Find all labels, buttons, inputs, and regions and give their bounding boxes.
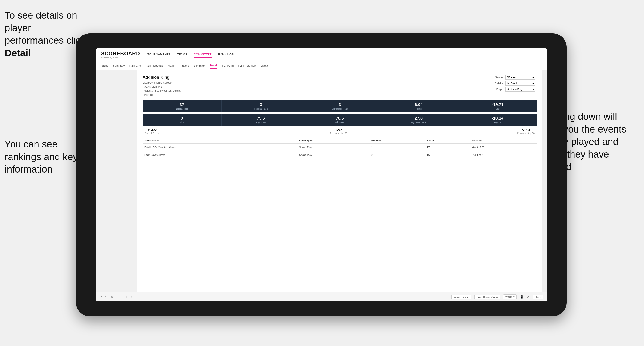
expand-icon[interactable]: ⤢ xyxy=(527,295,529,299)
col-rounds: Rounds xyxy=(370,138,425,144)
subnav-teams[interactable]: Teams xyxy=(100,63,108,68)
record-top50-value: 5-11-1 xyxy=(517,129,534,132)
events-table: Tournament Event Type Rounds Score Posit… xyxy=(142,138,537,159)
stats-row-2: 0 Wins 79.6 Avg Score 78.5 Adj Score 2 xyxy=(142,114,537,126)
stat-avg-score-par: 27.8 Avg Score to Par xyxy=(379,114,458,126)
record-top25-label: Record vs top 25 xyxy=(330,132,348,135)
subnav-summary[interactable]: Summary xyxy=(113,63,124,68)
refresh-icon[interactable]: ↻ xyxy=(111,295,113,299)
stat-regional-rank-label: Regional Rank xyxy=(223,108,299,110)
undo-icon[interactable]: ↩ xyxy=(99,295,102,299)
minus-icon[interactable]: − xyxy=(121,295,123,299)
stat-national-rank-label: National Rank xyxy=(144,108,220,110)
record-top50-label: Record vs top 50 xyxy=(517,132,534,135)
subnav-detail[interactable]: Detail xyxy=(210,63,218,69)
nav-rankings[interactable]: RANKINGS xyxy=(218,52,234,57)
cell-event-type-1: Stroke Play xyxy=(297,151,370,159)
subnav-matrix[interactable]: Matrix xyxy=(168,63,175,68)
annotation-detail-bold: Detail xyxy=(4,48,31,58)
subnav-h2h-grid[interactable]: H2H Grid xyxy=(130,63,141,68)
cell-score-0: 17 xyxy=(425,144,470,151)
division-label: Division xyxy=(491,82,504,85)
cell-tournament-1: Lady Coyote Invite xyxy=(142,151,297,159)
clock-icon[interactable]: ⏱ xyxy=(131,295,134,299)
stat-points-value: 6.04 xyxy=(381,102,457,107)
nav-teams[interactable]: TEAMS xyxy=(177,52,187,57)
stat-points-label: Points xyxy=(381,108,457,110)
table-row: Lady Coyote Invite Stroke Play 2 16 7 ou… xyxy=(142,151,537,159)
cell-rounds-1: 2 xyxy=(370,151,425,159)
stat-wins: 0 Wins xyxy=(142,114,222,126)
player-region: Region 1 - Southwest (18) District xyxy=(142,89,180,93)
stat-avg-score-value: 79.6 xyxy=(223,116,299,121)
subnav-h2h-grid2[interactable]: H2H Grid xyxy=(222,63,234,68)
player-division: NJCAA Division 1 xyxy=(142,85,180,89)
col-score: Score xyxy=(425,138,470,144)
stats-row-1: 37 National Rank 3 Regional Rank 3 Confe… xyxy=(142,100,537,112)
nav-committee[interactable]: COMMITTEE xyxy=(194,52,212,57)
top-nav: SCOREBOARD Powered by clippd TOURNAMENTS… xyxy=(96,48,547,61)
share-button[interactable]: Share xyxy=(532,295,543,299)
main-content: Addison King Mesa Community College NJCA… xyxy=(96,70,547,292)
watch-button[interactable]: Watch ▾ xyxy=(503,295,517,299)
app-container: SCOREBOARD Powered by clippd TOURNAMENTS… xyxy=(96,48,547,301)
player-header: Addison King Mesa Community College NJCA… xyxy=(142,75,537,97)
division-select[interactable]: NJCAA I NJCAA II xyxy=(505,81,535,86)
stat-regional-rank-value: 3 xyxy=(223,102,299,107)
annotation-top-left-text: To see details on player performances cl… xyxy=(4,10,85,46)
stat-points: 6.04 Points xyxy=(379,100,458,112)
table-header-row: Tournament Event Type Rounds Score Posit… xyxy=(142,138,537,144)
player-year: First Year xyxy=(142,93,180,97)
stat-regional-rank: 3 Regional Rank xyxy=(222,100,300,112)
stat-adj-score-value: 78.5 xyxy=(302,116,378,121)
cell-rounds-0: 2 xyxy=(370,144,425,151)
player-college: Mesa Community College xyxy=(142,81,180,85)
stat-conference-rank: 3 Conference Rank xyxy=(300,100,379,112)
logo-area: SCOREBOARD Powered by clippd xyxy=(101,51,140,59)
tablet: SCOREBOARD Powered by clippd TOURNAMENTS… xyxy=(76,33,566,316)
player-filters: Gender Women Men Division NJCAA I xyxy=(491,75,537,97)
player-select[interactable]: Addison King xyxy=(505,87,535,92)
right-panel xyxy=(542,70,547,292)
device-icon[interactable]: 📱 xyxy=(520,295,524,299)
subnav-h2h-heatmap[interactable]: H2H Heatmap xyxy=(146,63,163,68)
view-original-button[interactable]: View: Original xyxy=(452,295,471,299)
stat-conference-rank-label: Conference Rank xyxy=(302,108,378,110)
redo-icon[interactable]: ↪ xyxy=(105,295,108,299)
cell-position-1: 7 out of 20 xyxy=(470,151,537,159)
gender-filter-row: Gender Women Men xyxy=(491,75,537,80)
stat-wins-label: Wins xyxy=(144,121,220,124)
gender-select[interactable]: Women Men xyxy=(505,75,535,80)
stat-sos-value: -19.71 xyxy=(460,102,536,107)
cell-position-0: 4 out of 20 xyxy=(470,144,537,151)
subnav-h2h-heatmap2[interactable]: H2H Heatmap xyxy=(238,63,256,68)
back-icon[interactable]: ⟨ xyxy=(116,295,118,299)
record-top50: 5-11-1 Record vs top 50 xyxy=(517,129,534,135)
stat-adj-score-label: Adj Score xyxy=(302,121,378,124)
sub-nav: Teams Summary H2H Grid H2H Heatmap Matri… xyxy=(96,61,547,70)
main-nav: TOURNAMENTS TEAMS COMMITTEE RANKINGS xyxy=(148,52,234,57)
plus-icon[interactable]: + xyxy=(126,295,128,299)
table-row: Estella CC- Mountain Classic Stroke Play… xyxy=(142,144,537,151)
nav-tournaments[interactable]: TOURNAMENTS xyxy=(148,52,170,57)
stat-avg-score: 79.6 Avg Score xyxy=(222,114,300,126)
stat-wins-value: 0 xyxy=(144,116,220,121)
stat-conference-rank-value: 3 xyxy=(302,102,378,107)
stat-national-rank: 37 National Rank xyxy=(142,100,222,112)
player-label: Player xyxy=(491,88,504,91)
division-filter-row: Division NJCAA I NJCAA II xyxy=(491,81,537,86)
cell-event-type-0: Stroke Play xyxy=(297,144,370,151)
bottom-toolbar: ↩ ↪ ↻ ⟨ − + ⏱ View: Original Save Custom… xyxy=(96,292,547,301)
stat-avg-sg-value: -10.14 xyxy=(460,116,536,121)
subnav-summary2[interactable]: Summary xyxy=(194,63,205,68)
stat-avg-score-par-label: Avg Score to Par xyxy=(381,121,457,124)
subnav-matrix2[interactable]: Matrix xyxy=(260,63,268,68)
gender-label: Gender xyxy=(491,76,504,79)
center-content: Addison King Mesa Community College NJCA… xyxy=(137,70,542,292)
col-tournament: Tournament xyxy=(142,138,297,144)
app-logo-sub: Powered by clippd xyxy=(101,57,140,59)
save-custom-view-button[interactable]: Save Custom View xyxy=(474,295,500,299)
tablet-screen: SCOREBOARD Powered by clippd TOURNAMENTS… xyxy=(96,48,547,301)
annotation-bottom-left-text: You can see rankings and key information xyxy=(4,139,78,174)
subnav-players[interactable]: Players xyxy=(180,63,189,68)
